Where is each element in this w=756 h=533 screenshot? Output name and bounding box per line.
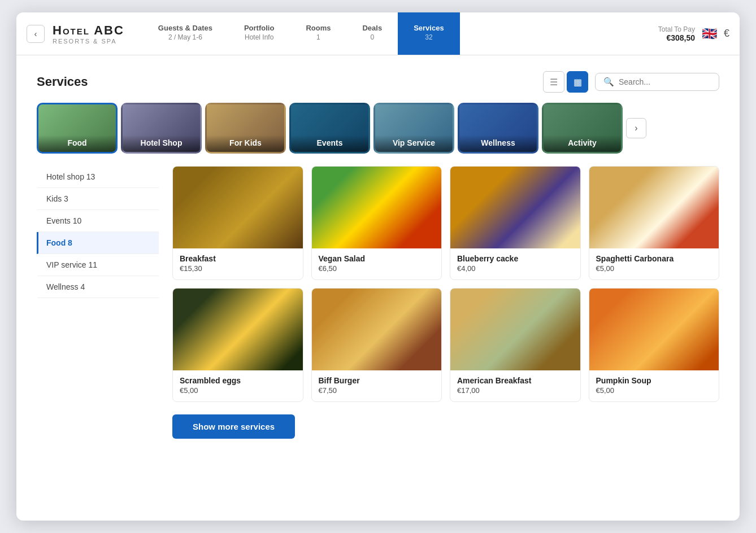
sidebar-item-events[interactable]: Events 10	[37, 210, 159, 232]
show-more-button[interactable]: Show more services	[172, 414, 295, 439]
card-image-breakfast	[173, 167, 303, 248]
category-hotelshop-label: Hotel Shop	[123, 135, 200, 152]
category-activity[interactable]: Activity	[542, 103, 623, 154]
main-content: Services ☰ ▦ 🔍 Food Hotel S	[16, 55, 740, 455]
total-pay: Total To Pay €308,50	[658, 25, 695, 42]
sidebar-item-vip[interactable]: VIP service 11	[37, 254, 159, 276]
card-name-vegansalad: Vegan Salad	[319, 254, 435, 263]
card-price-scrambled: €5,00	[180, 386, 296, 395]
card-body-biffburger: Biff Burger €7,50	[312, 370, 442, 401]
card-body-scrambled: Scrambled eggs €5,00	[173, 370, 303, 401]
category-activity-label: Activity	[544, 135, 621, 152]
card-price-biffburger: €7,50	[319, 386, 435, 395]
service-card-spaghetti[interactable]: Spaghetti Carbonara €5,00	[589, 166, 720, 280]
category-hotelshop[interactable]: Hotel Shop	[121, 103, 202, 154]
card-image-pumpkin	[589, 289, 719, 370]
category-food-label: Food	[38, 135, 116, 152]
card-body-blueberry: Blueberry cacke €4,00	[450, 248, 580, 279]
card-name-american: American Breakfast	[457, 376, 573, 385]
card-image-vegansalad	[312, 167, 442, 248]
show-more-row: Show more services	[37, 414, 719, 439]
services-title: Services	[37, 75, 543, 89]
category-events-label: Events	[291, 135, 368, 152]
service-card-vegansalad[interactable]: Vegan Salad €6,50	[311, 166, 442, 280]
service-card-pumpkin[interactable]: Pumpkin Soup €5,00	[589, 288, 720, 402]
card-image-scrambled	[173, 289, 303, 370]
card-body-vegansalad: Vegan Salad €6,50	[312, 248, 442, 279]
list-icon: ☰	[550, 77, 558, 88]
category-food[interactable]: Food	[37, 103, 118, 154]
view-toggle: ☰ ▦	[543, 71, 588, 93]
service-card-breakfast[interactable]: Breakfast €15,30	[172, 166, 303, 280]
card-price-blueberry: €4,00	[457, 264, 573, 273]
services-header: Services ☰ ▦ 🔍	[37, 71, 719, 93]
nav-services[interactable]: Services 32	[398, 12, 460, 55]
card-price-vegansalad: €6,50	[319, 264, 435, 273]
categories-next-button[interactable]: ›	[626, 118, 646, 138]
view-list-button[interactable]: ☰	[543, 71, 564, 93]
card-body-breakfast: Breakfast €15,30	[173, 248, 303, 279]
card-body-spaghetti: Spaghetti Carbonara €5,00	[589, 248, 719, 279]
sidebar-item-kids[interactable]: Kids 3	[37, 188, 159, 210]
category-forkids-label: For Kids	[207, 135, 284, 152]
card-name-pumpkin: Pumpkin Soup	[596, 376, 712, 385]
card-name-scrambled: Scrambled eggs	[180, 376, 296, 385]
grid-icon: ▦	[573, 77, 582, 88]
logo: Hotel ABC Resorts & Spa	[53, 23, 124, 45]
category-vipservice[interactable]: Vip Service	[373, 103, 454, 154]
card-name-breakfast: Breakfast	[180, 254, 296, 263]
nav-rooms[interactable]: Rooms 1	[290, 12, 346, 55]
back-button[interactable]: ‹	[27, 25, 45, 43]
sidebar-item-hotelshop[interactable]: Hotel shop 13	[37, 166, 159, 188]
card-name-biffburger: Biff Burger	[319, 376, 435, 385]
service-card-biffburger[interactable]: Biff Burger €7,50	[311, 288, 442, 402]
card-body-pumpkin: Pumpkin Soup €5,00	[589, 370, 719, 401]
sidebar: Hotel shop 13 Kids 3 Events 10 Food 8 VI…	[37, 166, 172, 402]
main-window: ‹ Hotel ABC Resorts & Spa Guests & Dates…	[16, 12, 740, 521]
hotel-name: Hotel ABC	[53, 23, 124, 38]
chevron-right-icon: ›	[635, 123, 637, 133]
service-card-scrambled[interactable]: Scrambled eggs €5,00	[172, 288, 303, 402]
search-box: 🔍	[595, 73, 719, 91]
search-input[interactable]	[619, 77, 711, 86]
card-price-breakfast: €15,30	[180, 264, 296, 273]
main-nav: Guests & Dates 2 / May 1-6 Portfolio Hot…	[142, 12, 658, 55]
currency-selector[interactable]: €	[724, 28, 729, 40]
card-image-blueberry	[450, 167, 580, 248]
category-forkids[interactable]: For Kids	[205, 103, 286, 154]
sidebar-item-wellness[interactable]: Wellness 4	[37, 276, 159, 298]
nav-portfolio[interactable]: Portfolio Hotel Info	[228, 12, 290, 55]
card-name-blueberry: Blueberry cacke	[457, 254, 573, 263]
nav-guests[interactable]: Guests & Dates 2 / May 1-6	[142, 12, 228, 55]
category-vipservice-label: Vip Service	[375, 135, 453, 152]
service-card-blueberry[interactable]: Blueberry cacke €4,00	[450, 166, 581, 280]
card-body-american: American Breakfast €17,00	[450, 370, 580, 401]
header-right: Total To Pay €308,50 🇬🇧 €	[658, 25, 729, 42]
services-grid: Breakfast €15,30 Vegan Salad €6,50 Blueb…	[172, 166, 719, 402]
card-price-pumpkin: €5,00	[596, 386, 712, 395]
card-image-biffburger	[312, 289, 442, 370]
category-tabs: Food Hotel Shop For Kids Events Vip Serv…	[37, 103, 719, 154]
category-events[interactable]: Events	[289, 103, 370, 154]
card-image-spaghetti	[589, 167, 719, 248]
category-wellness[interactable]: Wellness	[458, 103, 538, 154]
header: ‹ Hotel ABC Resorts & Spa Guests & Dates…	[16, 12, 740, 55]
card-price-spaghetti: €5,00	[596, 264, 712, 273]
sidebar-item-food[interactable]: Food 8	[37, 232, 159, 254]
card-name-spaghetti: Spaghetti Carbonara	[596, 254, 712, 263]
category-wellness-label: Wellness	[459, 135, 537, 152]
search-icon: 🔍	[603, 77, 614, 87]
service-card-american[interactable]: American Breakfast €17,00	[450, 288, 581, 402]
nav-deals[interactable]: Deals 0	[346, 12, 398, 55]
view-grid-button[interactable]: ▦	[567, 71, 588, 93]
card-image-american	[450, 289, 580, 370]
language-flag[interactable]: 🇬🇧	[702, 27, 717, 41]
content-area: Hotel shop 13 Kids 3 Events 10 Food 8 VI…	[37, 166, 719, 402]
hotel-sub: Resorts & Spa	[53, 38, 124, 45]
card-price-american: €17,00	[457, 386, 573, 395]
